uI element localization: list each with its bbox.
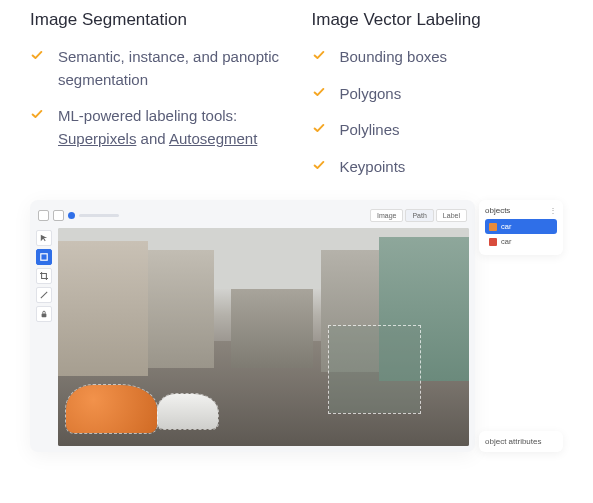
color-swatch-icon: [489, 223, 497, 231]
color-swatch-icon: [489, 238, 497, 246]
object-row[interactable]: car: [485, 234, 557, 249]
feature-item: Polygons: [340, 83, 564, 106]
car-mask-orange[interactable]: [66, 385, 156, 433]
zoom-dot-icon[interactable]: [68, 212, 75, 219]
zoom-slider[interactable]: [79, 214, 119, 217]
more-icon[interactable]: ⋮: [549, 206, 557, 215]
annotation-editor: Image Path Label: [30, 200, 475, 452]
check-icon: [312, 85, 326, 99]
panel-title-label: objects: [485, 206, 510, 215]
feature-item: Polylines: [340, 119, 564, 142]
canvas-image[interactable]: [58, 228, 469, 446]
toolbar-handle-icon[interactable]: [53, 210, 64, 221]
object-row[interactable]: car: [485, 219, 557, 234]
svg-rect-0: [41, 254, 47, 260]
tool-rail: [36, 228, 54, 446]
object-label: car: [501, 222, 511, 231]
objects-panel: objects ⋮ car car: [479, 200, 563, 255]
tab-path[interactable]: Path: [405, 209, 433, 222]
section-title-vector: Image Vector Labeling: [312, 10, 564, 30]
check-icon: [312, 158, 326, 172]
scene-building: [148, 250, 214, 368]
check-icon: [30, 48, 44, 62]
link-superpixels[interactable]: Superpixels: [58, 130, 136, 147]
tool-pen[interactable]: [36, 287, 52, 303]
section-title-segmentation: Image Segmentation: [30, 10, 282, 30]
link-autosegment[interactable]: Autosegment: [169, 130, 257, 147]
scene-building: [58, 241, 148, 376]
panel-title-label: object attributes: [485, 437, 541, 446]
car-mask-white[interactable]: [157, 394, 219, 429]
tab-image[interactable]: Image: [370, 209, 403, 222]
check-icon: [30, 107, 44, 121]
check-icon: [312, 48, 326, 62]
feature-item: Semantic, instance, and panoptic segment…: [58, 46, 282, 91]
object-label: car: [501, 237, 511, 246]
svg-rect-1: [42, 314, 47, 318]
polygon-annotation[interactable]: [329, 326, 419, 413]
tab-label[interactable]: Label: [436, 209, 467, 222]
toolbar-handle-icon[interactable]: [38, 210, 49, 221]
check-icon: [312, 121, 326, 135]
tool-pointer[interactable]: [36, 230, 52, 246]
feature-item: ML-powered labeling tools: Superpixels a…: [58, 105, 282, 150]
scene-building: [231, 289, 313, 367]
feature-item: Keypoints: [340, 156, 564, 179]
attributes-panel: object attributes: [479, 431, 563, 452]
editor-top-toolbar: Image Path Label: [36, 206, 469, 224]
feature-item: Bounding boxes: [340, 46, 564, 69]
tool-box[interactable]: [36, 249, 52, 265]
tool-lock[interactable]: [36, 306, 52, 322]
tool-crop[interactable]: [36, 268, 52, 284]
